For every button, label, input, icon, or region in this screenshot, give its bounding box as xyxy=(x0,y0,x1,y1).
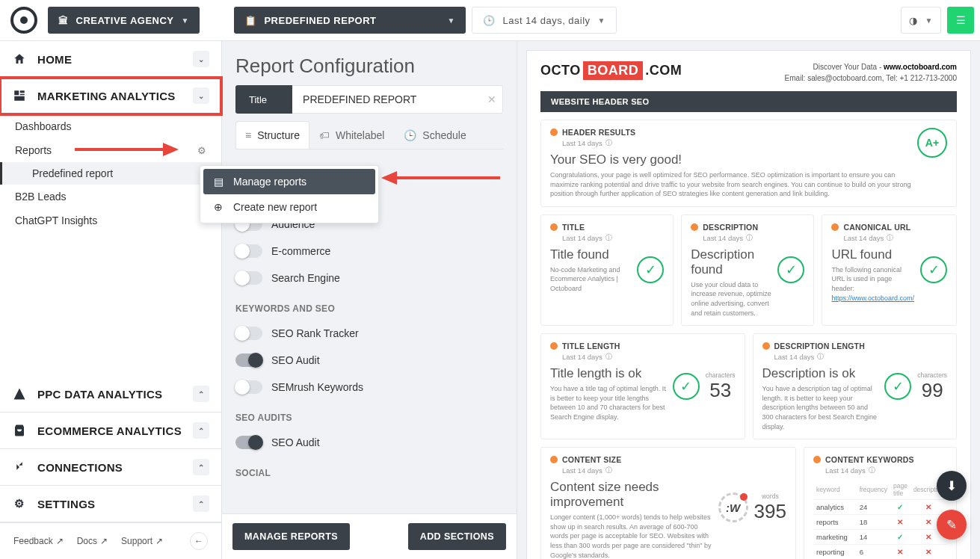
toggle-switch[interactable] xyxy=(235,327,262,340)
feedback-link[interactable]: Feedback↗ xyxy=(13,536,64,546)
manage-reports-button[interactable]: MANAGE REPORTS xyxy=(232,523,350,550)
ctx-create-report[interactable]: ⊕ Create new report xyxy=(203,194,375,220)
sidebar-home[interactable]: HOME ⌄ xyxy=(0,41,221,77)
edit-fab[interactable]: ✎ xyxy=(937,510,967,540)
section-toggle-row: SEO Rank Tracker xyxy=(235,320,503,347)
date-range-selector[interactable]: 🕒 Last 14 days, daily ▼ xyxy=(472,7,617,34)
grade-badge: A+ xyxy=(917,128,947,158)
tab-structure[interactable]: ≡ Structure xyxy=(235,121,309,149)
sidebar-section-marketing[interactable]: MARKETING ANALYTICS ⌄ xyxy=(0,78,221,114)
sidebar: HOME ⌄ MARKETING ANALYTICS ⌄ Dashboards … xyxy=(0,41,222,559)
widget-desc: Longer content (1,000+ words) tends to h… xyxy=(550,513,712,559)
config-tabs: ≡ Structure 🏷 Whitelabel 🕒 Schedule xyxy=(235,121,503,149)
tab-schedule[interactable]: 🕒 Schedule xyxy=(394,121,475,149)
report-selector[interactable]: 📋 PREDEFINED REPORT ▼ xyxy=(234,7,466,34)
sidebar-item-chatgpt[interactable]: ChatGPT Insights xyxy=(0,209,221,232)
report-preview-pane: OCTO BOARD .COM Discover Your Data - www… xyxy=(517,41,980,559)
widget-card: DESCRIPTION LENGTH Last 14 days Descript… xyxy=(753,333,958,439)
widget-card: CANONICAL URL Last 14 days URL found The… xyxy=(822,214,957,326)
add-sections-button[interactable]: ADD SECTIONS xyxy=(408,523,506,550)
gear-icon[interactable]: ⚙ xyxy=(197,145,206,156)
sidebar-item-label: Reports xyxy=(15,144,52,156)
toggle-switch[interactable] xyxy=(235,353,262,367)
toggle-switch[interactable] xyxy=(235,380,262,394)
list-icon: ≡ xyxy=(245,129,251,141)
sidebar-item-label: Dashboards xyxy=(15,120,72,132)
widget-row-2: TITLE LENGTH Last 14 days Title length i… xyxy=(540,333,957,439)
toggle-label: SEO Rank Tracker xyxy=(271,327,359,339)
widget-content-size: CONTENT SIZE Last 14 days Content size n… xyxy=(540,447,796,559)
menu-button[interactable]: ☰ xyxy=(947,7,974,34)
svg-rect-0 xyxy=(14,90,19,95)
chevron-down-icon: ⌄ xyxy=(193,51,209,67)
chevron-down-icon: ⌄ xyxy=(193,87,209,104)
analytics-icon xyxy=(12,386,27,401)
pencil-icon: ✎ xyxy=(946,517,957,533)
toggle-label: SEMrush Keywords xyxy=(271,381,363,393)
plug-icon xyxy=(12,460,27,475)
widget-headline: Your SEO is very good! xyxy=(550,152,917,167)
clock-icon: 🕒 xyxy=(483,15,496,26)
sidebar-section-label: SETTINGS xyxy=(37,498,95,510)
docs-link[interactable]: Docs↗ xyxy=(77,536,108,546)
sidebar-item-b2b[interactable]: B2B Leads xyxy=(0,185,221,209)
svg-rect-3 xyxy=(14,96,25,101)
topbar: 🏛 CREATIVE AGENCY ▼ 📋 PREDEFINED REPORT … xyxy=(0,0,980,41)
theme-selector[interactable]: ◑ ▼ xyxy=(901,7,941,34)
collapse-sidebar-button[interactable]: ← xyxy=(190,532,208,550)
caret-down-icon: ▼ xyxy=(448,16,455,25)
app-logo xyxy=(10,7,37,34)
sidebar-section-label: CONNECTIONS xyxy=(37,461,123,474)
sidebar-home-label: HOME xyxy=(37,53,72,66)
date-range-label: Last 14 days, daily xyxy=(502,15,590,26)
caret-down-icon: ▼ xyxy=(925,16,933,25)
support-link[interactable]: Support↗ xyxy=(121,536,163,546)
clear-icon[interactable]: ✕ xyxy=(487,93,496,105)
toggle-switch[interactable] xyxy=(235,271,262,285)
reports-context-menu: ▤ Manage reports ⊕ Create new report xyxy=(200,165,379,223)
keywords-table: keywordfrequencypage titledescriptionana… xyxy=(813,480,947,559)
title-field-label: Title xyxy=(235,85,292,114)
sidebar-subitem-predefined[interactable]: Predefined report xyxy=(0,162,221,185)
org-label: CREATIVE AGENCY xyxy=(76,15,174,26)
toggle-label: E-commerce xyxy=(271,245,330,257)
bank-icon: 🏛 xyxy=(58,15,69,26)
dashboard-icon xyxy=(12,88,27,103)
sidebar-section-ppc[interactable]: PPC DATA ANALYTICS ⌃ xyxy=(0,376,221,412)
table-row: analytics24 ✓ ✕ xyxy=(813,500,947,515)
widget-content-keywords: CONTENT KEYWORDS Last 14 days keywordfre… xyxy=(804,447,957,559)
toggle-label: Search Engine xyxy=(271,272,340,284)
hamburger-icon: ☰ xyxy=(956,14,966,26)
widget-card: TITLE LENGTH Last 14 days Title length i… xyxy=(540,333,745,439)
toggle-switch[interactable] xyxy=(235,436,262,449)
sidebar-section-connections[interactable]: CONNECTIONS ⌃ xyxy=(0,449,221,485)
table-row: reporting6 ✕ ✕ xyxy=(813,545,947,559)
report-select-label: PREDEFINED REPORT xyxy=(264,15,376,26)
ctx-label: Manage reports xyxy=(233,176,306,188)
widget-desc: Congratulations, your page is well optim… xyxy=(550,170,917,199)
sidebar-item-label: ChatGPT Insights xyxy=(15,214,97,226)
sidebar-item-dashboards[interactable]: Dashboards xyxy=(0,114,221,138)
widget-head: CONTENT SIZE xyxy=(562,455,621,464)
widget-card: DESCRIPTION Last 14 days Description fou… xyxy=(681,214,814,326)
title-value: PREDEFINED REPORT xyxy=(303,93,416,105)
widget-subtitle: Last 14 days xyxy=(562,466,712,475)
metric-value: 395 xyxy=(754,500,786,523)
section-toggle-row: SEMrush Keywords xyxy=(235,374,503,401)
external-icon: ↗ xyxy=(56,536,64,546)
sidebar-section-settings[interactable]: ⚙ SETTINGS ⌃ xyxy=(0,486,221,522)
preview-brand-logo: OCTO BOARD .COM xyxy=(540,61,682,80)
preview-header-contact: Discover Your Data - www.octoboard.com E… xyxy=(785,61,957,84)
clock-icon: 🕒 xyxy=(404,129,416,141)
download-fab[interactable]: ⬇ xyxy=(937,471,967,501)
org-selector[interactable]: 🏛 CREATIVE AGENCY ▼ xyxy=(48,7,200,34)
caret-down-icon: ▼ xyxy=(182,16,189,25)
sidebar-section-ecommerce[interactable]: ECOMMERCE ANALYTICS ⌃ xyxy=(0,413,221,448)
title-input[interactable]: PREDEFINED REPORT ✕ xyxy=(292,85,503,114)
chevron-up-icon: ⌃ xyxy=(193,495,209,512)
sidebar-section-label: MARKETING ANALYTICS xyxy=(37,90,176,102)
tab-whitelabel[interactable]: 🏷 Whitelabel xyxy=(309,121,394,149)
sidebar-item-reports[interactable]: Reports ⚙ xyxy=(0,138,221,162)
toggle-switch[interactable] xyxy=(235,244,262,258)
ctx-manage-reports[interactable]: ▤ Manage reports xyxy=(203,169,375,194)
